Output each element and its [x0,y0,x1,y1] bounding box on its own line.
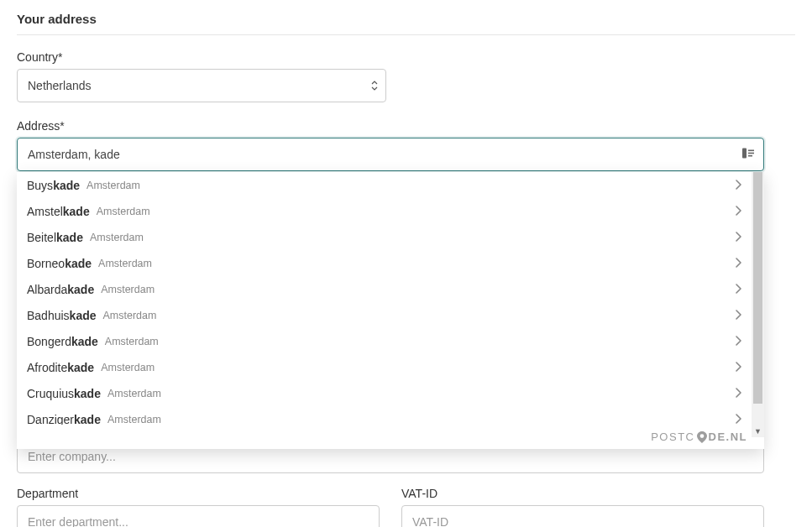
vat-input[interactable] [401,505,764,527]
section-title-text: Your address [17,12,97,26]
country-label: Country* [17,50,795,64]
address-label: Address* [17,119,764,133]
suggestion-item[interactable]: DanzigerkadeAmsterdam [17,406,752,425]
suggestion-prefix: Bongerd [27,335,71,348]
suggestion-match: kade [67,283,94,296]
suggestion-item[interactable]: BuyskadeAmsterdam [17,172,752,198]
suggestion-city: Amsterdam [107,414,161,425]
country-select[interactable]: Netherlands [17,69,386,102]
scrollbar-track[interactable]: ▼ [752,172,764,437]
suggestion-name: Beitelkade [27,231,83,244]
chevron-right-icon [735,179,741,192]
suggestion-prefix: Badhuis [27,309,70,322]
suggestion-match: kade [53,179,80,192]
suggestion-prefix: Albarda [27,283,67,296]
suggestion-city: Amsterdam [103,310,157,321]
chevron-right-icon [735,413,741,425]
vat-label: VAT-ID [401,487,764,500]
suggestions-list: BuyskadeAmsterdamAmstelkadeAmsterdamBeit… [17,172,752,425]
suggestion-prefix: Cruquius [27,387,74,400]
suggestion-name: Amstelkade [27,205,90,218]
suggestion-name: Danzigerkade [27,413,101,425]
suggestion-item[interactable]: BeitelkadeAmsterdam [17,224,752,250]
svg-rect-0 [742,149,747,159]
chevron-right-icon [735,387,741,400]
suggestion-name: Cruquiuskade [27,387,101,400]
vat-col: VAT-ID [401,487,764,527]
suggestion-match: kade [70,309,97,322]
suggestion-name: Bongerdkade [27,335,98,348]
suggestion-item[interactable]: AlbardakadeAmsterdam [17,276,752,302]
chevron-right-icon [735,361,741,374]
suggestion-prefix: Borneo [27,257,65,270]
suggestion-match: kade [71,335,98,348]
chevron-right-icon [735,231,741,244]
suggestion-name: Buyskade [27,179,80,192]
provider-pre: POSTC [651,430,694,443]
svg-rect-3 [748,155,752,157]
suggestion-item[interactable]: BadhuiskadeAmsterdam [17,302,752,328]
suggestion-city: Amsterdam [90,232,144,243]
suggestion-prefix: Danziger [27,413,74,425]
chevron-right-icon [735,257,741,270]
suggestion-city: Amsterdam [86,180,140,191]
contact-card-icon [742,148,756,162]
suggestion-city: Amsterdam [105,336,159,347]
suggestion-match: kade [63,205,90,218]
department-col: Department [17,487,380,527]
suggestion-city: Amsterdam [101,284,155,295]
suggestion-prefix: Afrodite [27,361,67,374]
suggestion-item[interactable]: BorneokadeAmsterdam [17,250,752,276]
department-vat-row: Department VAT-ID [17,487,764,527]
scrollbar-thumb[interactable] [753,172,762,404]
country-group: Country* Netherlands [17,50,795,102]
svg-rect-1 [748,150,754,152]
map-pin-icon [697,431,707,443]
chevron-right-icon [735,309,741,322]
suggestion-prefix: Buys [27,179,53,192]
svg-rect-2 [748,153,754,154]
chevron-right-icon [735,283,741,296]
suggestion-name: Albardakade [27,283,94,296]
suggestion-name: Borneokade [27,257,92,270]
suggestion-match: kade [74,413,101,425]
provider-post: DE.NL [709,430,748,443]
suggestion-match: kade [74,387,101,400]
suggestion-item[interactable]: BongerdkadeAmsterdam [17,328,752,354]
suggestion-match: kade [56,231,83,244]
country-select-wrap: Netherlands [17,69,386,102]
address-input-wrap: BuyskadeAmsterdamAmstelkadeAmsterdamBeit… [17,138,764,171]
chevron-right-icon [735,335,741,348]
suggestion-name: Badhuiskade [27,309,97,322]
department-input[interactable] [17,505,380,527]
suggestion-item[interactable]: AmstelkadeAmsterdam [17,198,752,224]
suggestion-prefix: Beitel [27,231,56,244]
suggestion-city: Amsterdam [98,258,152,269]
suggestion-city: Amsterdam [97,206,150,217]
suggestion-city: Amsterdam [107,388,161,399]
address-group: Address* BuyskadeAmsterdamAmstelkadeAmst… [17,119,764,171]
suggestion-prefix: Amstel [27,205,63,218]
department-label: Department [17,487,380,500]
provider-attribution: POSTC DE.NL [17,425,764,449]
address-input[interactable] [17,138,764,171]
chevron-right-icon [735,205,741,218]
address-suggestions-dropdown: BuyskadeAmsterdamAmstelkadeAmsterdamBeit… [17,172,764,449]
suggestion-item[interactable]: CruquiuskadeAmsterdam [17,380,752,406]
section-title-your-address: Your address [17,12,795,35]
suggestion-city: Amsterdam [101,362,155,373]
suggestion-item[interactable]: AfroditekadeAmsterdam [17,354,752,380]
suggestion-match: kade [65,257,92,270]
suggestion-name: Afroditekade [27,361,94,374]
country-value: Netherlands [28,79,92,92]
suggestion-match: kade [67,361,94,374]
